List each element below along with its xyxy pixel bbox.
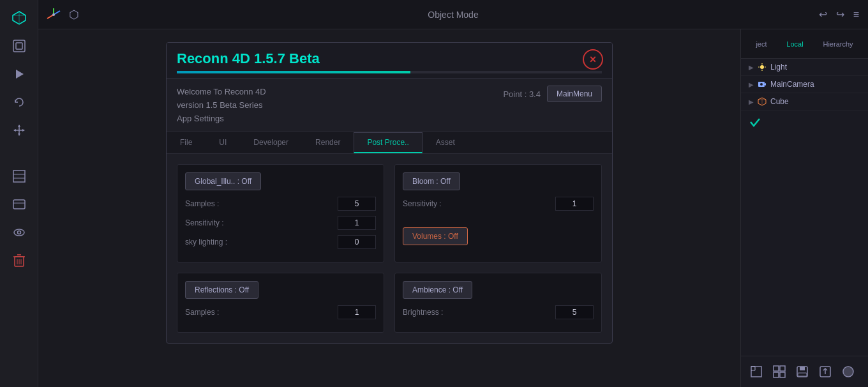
- volumes-toggle[interactable]: Volumes : Off: [403, 227, 468, 245]
- samples-value-1[interactable]: 5: [338, 197, 376, 211]
- menu-icon[interactable]: ≡: [851, 6, 862, 23]
- top-bar-left: ⬡: [45, 6, 79, 24]
- hierarchy-button[interactable]: Hierarchy: [819, 38, 857, 50]
- global-illu-toggle[interactable]: Global_Illu.. : Off: [185, 172, 261, 190]
- svg-marker-11: [22, 129, 25, 132]
- global-illu-section: Global_Illu.. : Off Samples : 5 Sensitiv…: [177, 164, 384, 262]
- svg-point-28: [52, 13, 55, 16]
- info-line3: App Settings: [177, 112, 266, 126]
- svg-point-50: [843, 367, 853, 377]
- tablet-icon[interactable]: [8, 193, 31, 216]
- hierarchy-item-maincamera[interactable]: ▶ MainCamera: [741, 76, 868, 93]
- brightness-label: Brightness :: [403, 308, 443, 317]
- light-icon: [758, 63, 767, 72]
- svg-marker-9: [18, 133, 20, 136]
- view-cube-icon[interactable]: ⬡: [69, 8, 79, 22]
- modal-right-header: Point : 3.4 MainMenu: [503, 86, 602, 102]
- svg-marker-5: [16, 70, 24, 79]
- export-icon[interactable]: [816, 363, 834, 381]
- sensitivity-label-1: Sensitivity :: [185, 218, 224, 227]
- tab-file[interactable]: File: [167, 132, 206, 153]
- frame-icon[interactable]: [8, 34, 31, 57]
- main-area: ⬡ Object Mode ↩ ↪ ≡ Reconn 4D 1.5.7 Beta…: [38, 0, 868, 387]
- brightness-row: Brightness : 5: [403, 305, 594, 319]
- bloom-section: Bloom : Off Sensitivity : 1 Volumes : Of…: [394, 164, 602, 262]
- svg-rect-44: [780, 372, 785, 377]
- tab-render[interactable]: Render: [302, 132, 354, 153]
- modal-title: Reconn 4D 1.5.7 Beta: [177, 50, 320, 66]
- cube-3d-icon[interactable]: [8, 6, 31, 29]
- brightness-value[interactable]: 5: [555, 305, 594, 319]
- hierarchy-item-light[interactable]: ▶ Light: [741, 59, 868, 76]
- layers-icon[interactable]: [8, 165, 31, 188]
- redo-icon[interactable]: ↪: [834, 6, 847, 23]
- reflections-section: Reflections : Off Samples : 1: [177, 273, 384, 333]
- modal-progress-bar-container: [177, 71, 602, 73]
- sphere-icon[interactable]: [839, 363, 857, 381]
- svg-marker-35: [765, 83, 766, 86]
- modal-close-button[interactable]: ×: [583, 49, 603, 70]
- svg-rect-4: [16, 43, 22, 49]
- play-icon[interactable]: [8, 63, 31, 86]
- sensitivity-value-1[interactable]: 1: [338, 216, 376, 230]
- reflections-samples-label: Samples :: [185, 308, 219, 317]
- svg-marker-8: [18, 125, 20, 127]
- object-mode-label: Object Mode: [428, 10, 478, 20]
- local-button[interactable]: Local: [782, 38, 807, 50]
- svg-rect-42: [780, 366, 785, 371]
- maincamera-label: MainCamera: [770, 80, 814, 89]
- svg-rect-47: [798, 373, 807, 376]
- info-line1: Welcome To Reconn 4D: [177, 86, 266, 99]
- light-label: Light: [770, 63, 787, 72]
- camera-arrow-icon: ▶: [749, 81, 754, 88]
- top-bar-icons: ↩ ↪ ≡: [816, 6, 862, 23]
- modal-header: Reconn 4D 1.5.7 Beta ×: [167, 43, 612, 79]
- reflections-samples-value[interactable]: 1: [338, 305, 376, 319]
- left-toolbar: [0, 0, 38, 387]
- tab-post-process[interactable]: Post Proce..: [354, 132, 422, 153]
- save-icon[interactable]: [793, 363, 811, 381]
- sky-lighting-label: sky lighting :: [185, 238, 227, 247]
- svg-rect-43: [774, 372, 779, 377]
- svg-point-36: [760, 83, 763, 86]
- bloom-sensitivity-row: Sensitivity : 1: [403, 197, 594, 211]
- bloom-sensitivity-label: Sensitivity :: [403, 199, 442, 208]
- refresh-icon[interactable]: [8, 91, 31, 114]
- center-panel: Reconn 4D 1.5.7 Beta × Welcome To Reconn…: [38, 29, 740, 387]
- svg-marker-10: [13, 129, 16, 132]
- tab-developer[interactable]: Developer: [240, 132, 302, 153]
- samples-label-1: Samples :: [185, 199, 219, 208]
- ject-button[interactable]: ject: [752, 38, 770, 50]
- right-top-bar: ject Local Hierarchy: [741, 29, 868, 59]
- bloom-toggle[interactable]: Bloom : Off: [403, 172, 460, 190]
- trash-icon[interactable]: [8, 249, 31, 272]
- cube-label: Cube: [770, 97, 789, 106]
- undo-icon[interactable]: ↩: [816, 6, 830, 23]
- tab-ui[interactable]: UI: [206, 132, 240, 153]
- ambience-toggle[interactable]: Ambience : Off: [403, 281, 472, 299]
- tab-asset[interactable]: Asset: [423, 132, 468, 153]
- eye-icon[interactable]: [8, 221, 31, 244]
- screen-corner-icon[interactable]: [747, 363, 765, 381]
- svg-rect-40: [751, 367, 761, 377]
- svg-point-17: [14, 229, 24, 236]
- sky-lighting-value[interactable]: 0: [338, 235, 376, 249]
- modal-tabs: File UI Developer Render Post Proce.. As…: [167, 132, 612, 154]
- move-icon[interactable]: [8, 119, 31, 142]
- right-panel: ject Local Hierarchy ▶ Light ▶: [740, 29, 868, 387]
- camera-icon: [758, 80, 767, 89]
- svg-rect-41: [774, 366, 779, 371]
- bloom-sensitivity-value[interactable]: 1: [555, 197, 594, 211]
- svg-point-29: [760, 65, 764, 69]
- point-label: Point : 3.4: [503, 89, 541, 99]
- samples-row-1: Samples : 5: [185, 197, 376, 211]
- svg-point-18: [17, 231, 20, 234]
- tab-post-process-content: Global_Illu.. : Off Samples : 5 Sensitiv…: [167, 154, 612, 343]
- modal-info: Welcome To Reconn 4D version 1.5 Beta Se…: [177, 86, 266, 125]
- light-arrow-icon: ▶: [749, 64, 754, 71]
- hierarchy-item-cube[interactable]: ▶ Cube: [741, 93, 868, 110]
- grid-icon[interactable]: [770, 363, 788, 381]
- main-menu-button[interactable]: MainMenu: [547, 86, 602, 102]
- modal-subheader: Welcome To Reconn 4D version 1.5 Beta Se…: [167, 79, 612, 132]
- reflections-toggle[interactable]: Reflections : Off: [185, 281, 258, 299]
